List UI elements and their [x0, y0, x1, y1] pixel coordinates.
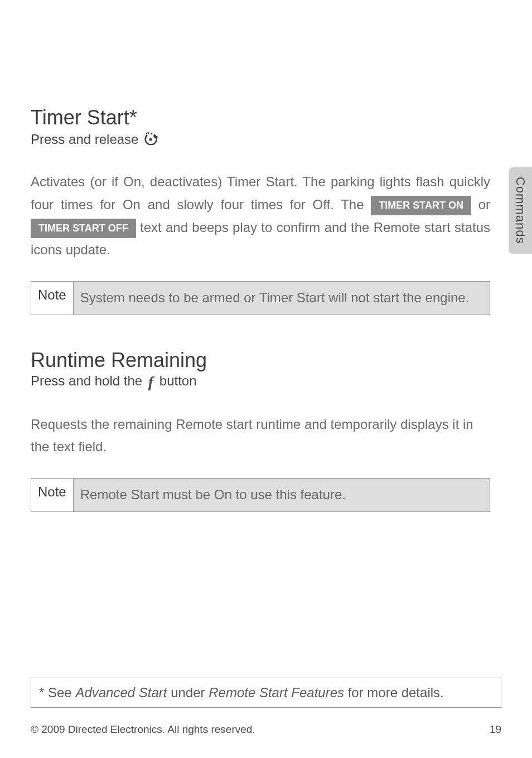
page-footer: © 2009 Directed Electronics. All rights …	[31, 723, 501, 736]
note-label: Note	[31, 282, 74, 314]
side-tab-text: Commands	[513, 177, 528, 244]
note-content: System needs to be armed or Timer Start …	[74, 282, 490, 314]
footnote-em2: Remote Start Features	[209, 685, 344, 700]
side-tab: Commands	[509, 167, 532, 254]
f-button-icon: f	[148, 373, 153, 391]
note-box-timer-start: Note System needs to be armed or Timer S…	[31, 281, 490, 315]
body-middle: or	[478, 197, 490, 212]
footnote-em1: Advanced Start	[75, 685, 167, 700]
subheading-runtime: Press and hold the f button	[31, 373, 490, 391]
subheading-timer-start: Press and release	[31, 131, 490, 148]
text3: button	[156, 373, 196, 388]
heading-runtime: Runtime Remaining	[31, 349, 490, 372]
page-content: Timer Start* Press and release Activates…	[0, 0, 532, 512]
text1: and	[65, 373, 94, 388]
remote-start-icon	[143, 131, 159, 148]
footer-page-number: 19	[490, 723, 501, 736]
subheading-text: and release	[65, 132, 138, 147]
body-runtime: Requests the remaining Remote start runt…	[31, 413, 490, 459]
press-label: Press	[31, 132, 65, 147]
hold-label: hold	[95, 373, 120, 388]
label-timer-start-off: TIMER START OFF	[31, 219, 136, 238]
note-content: Remote Start must be On to use this feat…	[74, 479, 490, 511]
heading-timer-start: Timer Start*	[31, 106, 490, 129]
body-timer-start: Activates (or if On, deactivates) Timer …	[31, 171, 490, 262]
footer-copyright: © 2009 Directed Electronics. All rights …	[31, 723, 255, 736]
footnote-box: * See Advanced Start under Remote Start …	[31, 678, 501, 708]
svg-point-0	[149, 138, 152, 141]
press-label: Press	[31, 373, 65, 388]
section-runtime-remaining: Runtime Remaining Press and hold the f b…	[31, 349, 490, 512]
footnote-mid: under	[167, 685, 209, 700]
label-timer-start-on: TIMER START ON	[371, 196, 471, 215]
footnote-prefix: * See	[39, 685, 75, 700]
section-timer-start: Timer Start* Press and release Activates…	[31, 106, 490, 315]
note-label: Note	[31, 479, 74, 511]
footnote-suffix: for more details.	[344, 685, 444, 700]
text2: the	[120, 373, 146, 388]
note-box-runtime: Note Remote Start must be On to use this…	[31, 478, 490, 511]
